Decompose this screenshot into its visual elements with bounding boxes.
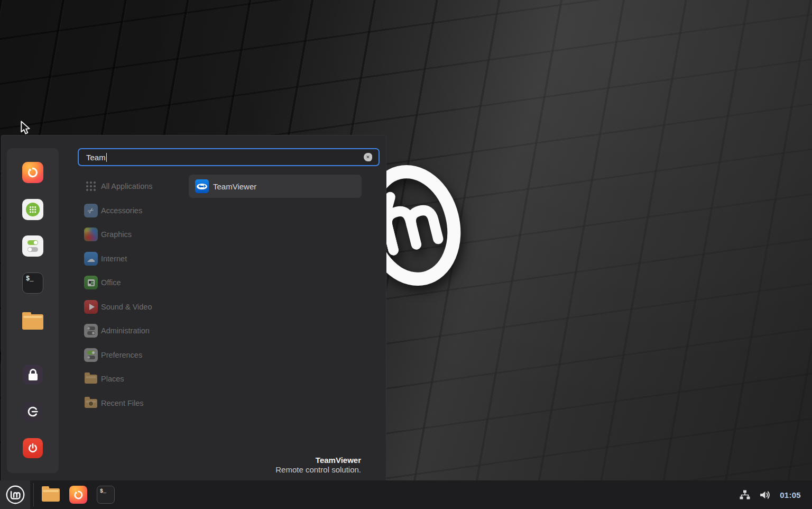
terminal-glyph: $_: [26, 275, 33, 283]
files-launcher[interactable]: [22, 311, 43, 332]
category-administration[interactable]: Administration: [78, 319, 199, 342]
folder-icon: [22, 314, 43, 330]
category-internet[interactable]: ☁ Internet: [78, 247, 199, 270]
lock-icon: [29, 369, 38, 380]
logout-icon: [26, 405, 39, 418]
software-manager-icon: [26, 203, 40, 216]
clock[interactable]: 01:05: [780, 490, 801, 499]
application-menu: $_ Team ✕ All Application: [1, 135, 386, 480]
document-icon: [84, 276, 98, 289]
toggles-icon: [84, 324, 98, 338]
power-icon: [27, 442, 39, 454]
taskbar-firefox-launcher[interactable]: [69, 486, 87, 504]
category-accessories[interactable]: ✂ Accessories: [78, 199, 199, 222]
grid-icon: [84, 179, 98, 193]
system-tray: 01:05: [739, 480, 801, 509]
palette-icon: [84, 228, 98, 241]
play-icon: [84, 300, 98, 314]
network-icon[interactable]: [739, 489, 751, 501]
search-text: Team: [86, 153, 106, 162]
shutdown-button[interactable]: [23, 438, 43, 458]
clear-search-icon[interactable]: ✕: [364, 153, 372, 161]
teamviewer-icon: [195, 179, 209, 193]
settings-toggles-icon: [27, 240, 38, 252]
software-manager-launcher[interactable]: [22, 199, 43, 220]
taskbar-files-launcher[interactable]: [42, 486, 60, 504]
category-places[interactable]: Places: [78, 367, 199, 390]
folder-clock-icon: [84, 396, 98, 410]
menu-button[interactable]: [0, 480, 30, 509]
category-graphics[interactable]: Graphics: [78, 223, 199, 246]
scissors-icon: ✂: [84, 204, 98, 217]
taskbar: $_ 01:05: [0, 480, 812, 509]
category-recent-files[interactable]: Recent Files: [78, 392, 199, 415]
search-input[interactable]: Team ✕: [78, 148, 380, 166]
category-sound-video[interactable]: Sound & Video: [78, 295, 199, 319]
category-office[interactable]: Office: [78, 271, 199, 294]
text-caret: [106, 153, 107, 162]
terminal-launcher[interactable]: $_: [22, 272, 43, 294]
terminal-glyph: $_: [100, 488, 106, 494]
selected-app-info: TeamViewer Remote control solution.: [275, 456, 361, 474]
cloud-icon: ☁: [84, 252, 98, 266]
taskbar-separator: [33, 483, 34, 506]
taskbar-terminal-launcher[interactable]: $_: [97, 486, 115, 504]
mint-logo-icon: [5, 484, 26, 505]
folder-icon: [84, 372, 98, 386]
toggles-green-icon: [84, 348, 98, 362]
category-preferences[interactable]: Preferences: [78, 343, 199, 367]
volume-icon[interactable]: [759, 489, 772, 501]
selected-app-name: TeamViewer: [275, 456, 361, 465]
logout-button[interactable]: [23, 402, 43, 422]
category-all-applications[interactable]: All Applications: [78, 175, 199, 198]
lock-screen-button[interactable]: [23, 365, 43, 385]
folder-icon: [42, 488, 60, 502]
selected-app-description: Remote control solution.: [275, 465, 361, 474]
firefox-icon: [73, 489, 84, 501]
favorites-panel: $_: [7, 148, 59, 473]
app-result-teamviewer[interactable]: TeamViewer: [189, 175, 362, 198]
mouse-cursor: [19, 121, 32, 135]
firefox-icon: [26, 166, 39, 179]
system-settings-launcher[interactable]: [22, 235, 43, 257]
firefox-launcher[interactable]: [22, 162, 43, 183]
